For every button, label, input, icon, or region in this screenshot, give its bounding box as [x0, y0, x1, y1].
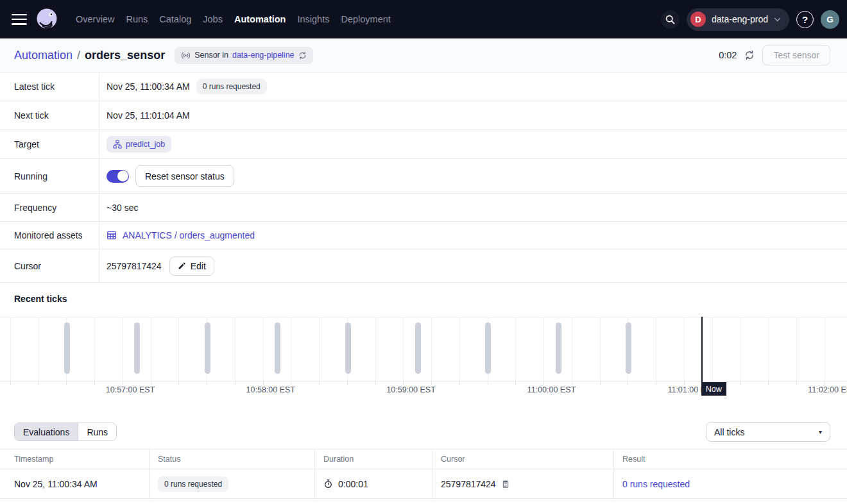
- running-label: Running: [0, 159, 99, 193]
- tab-runs[interactable]: Runs: [78, 423, 116, 441]
- sensor-icon: [181, 51, 191, 60]
- sensor-tick-bar[interactable]: [134, 323, 140, 374]
- chart-gridline: [178, 317, 179, 381]
- target-job-link[interactable]: predict_job: [107, 136, 171, 153]
- chart-gridline: [10, 317, 11, 381]
- tick-filter-select[interactable]: All ticks ▾: [706, 422, 830, 442]
- repo-link[interactable]: data-eng-pipeline: [232, 51, 295, 60]
- chart-axis-tick: [628, 382, 628, 385]
- chart-gridline: [375, 317, 376, 381]
- sensor-tick-bar[interactable]: [556, 323, 561, 374]
- sensor-tick-bar[interactable]: [626, 323, 631, 374]
- nav-item-overview[interactable]: Overview: [76, 14, 114, 24]
- next-tick-countdown: 0:02: [719, 50, 737, 60]
- chart-axis-tick: [94, 382, 95, 385]
- breadcrumb-separator: /: [77, 49, 80, 62]
- job-icon: [113, 140, 122, 149]
- nav-item-runs[interactable]: Runs: [126, 14, 148, 24]
- now-marker-line: [701, 317, 703, 382]
- automation-sensor-page: OverviewRunsCatalogJobsAutomationInsight…: [0, 0, 847, 504]
- target-job-name: predict_job: [126, 140, 165, 149]
- sensor-tick-bar[interactable]: [64, 323, 70, 374]
- sensor-tick-bar[interactable]: [345, 323, 351, 374]
- hamburger-menu-icon[interactable]: [12, 14, 27, 25]
- row-result-link[interactable]: 0 runs requested: [622, 479, 690, 489]
- chart-gridline: [572, 317, 572, 381]
- sensor-details: Latest tick Nov 25, 11:00:34 AM 0 runs r…: [0, 72, 847, 283]
- chart-axis-tick: [656, 382, 656, 385]
- select-caret-icon: ▾: [819, 428, 822, 435]
- chart-axis-tick: [488, 382, 488, 385]
- sensor-tick-bar[interactable]: [205, 323, 210, 374]
- breadcrumb-automation-link[interactable]: Automation: [14, 49, 73, 62]
- col-header-result: Result: [613, 449, 847, 469]
- chart-gridline: [319, 317, 320, 381]
- refresh-countdown-button[interactable]: [744, 50, 755, 60]
- help-button[interactable]: ?: [796, 11, 814, 28]
- chart-axis-tick: [123, 382, 123, 385]
- asset-table-icon: [107, 230, 117, 240]
- chart-axis-tick: [572, 382, 572, 385]
- chart-gridline: [403, 317, 404, 381]
- chart-axis-tick: [38, 382, 39, 385]
- running-toggle[interactable]: [107, 170, 129, 183]
- copy-cursor-icon[interactable]: [501, 480, 510, 489]
- sensor-repo-badge: Sensor in data-eng-pipeline: [175, 47, 312, 64]
- chart-axis-tick: [403, 382, 404, 385]
- row-cursor: 25797817424: [441, 479, 496, 489]
- stopwatch-icon: [323, 479, 333, 489]
- chart-axis-tick: [431, 382, 432, 385]
- nav-item-jobs[interactable]: Jobs: [203, 14, 223, 24]
- chart-gridline: [291, 317, 291, 381]
- main-nav: OverviewRunsCatalogJobsAutomationInsight…: [76, 14, 402, 24]
- nav-item-insights[interactable]: Insights: [297, 14, 329, 24]
- chevron-down-icon: [774, 17, 781, 22]
- chart-axis-line: [0, 381, 847, 382]
- latest-tick-value: Nov 25, 11:00:34 AM: [107, 81, 190, 92]
- sensor-tick-bar[interactable]: [415, 323, 421, 374]
- pencil-icon: [178, 262, 186, 270]
- top-navbar: OverviewRunsCatalogJobsAutomationInsight…: [0, 0, 847, 38]
- nav-item-catalog[interactable]: Catalog: [159, 14, 191, 24]
- header-actions: 0:02 Test sensor: [719, 45, 830, 65]
- next-tick-row: Next tick Nov 25, 11:01:04 AM: [0, 101, 847, 130]
- chart-axis-tick: [207, 382, 207, 385]
- chart-axis-tick: [515, 382, 516, 385]
- evaluations-runs-tabs: Evaluations Runs: [14, 423, 117, 441]
- row-timestamp: Nov 25, 11:00:34 AM: [14, 479, 98, 489]
- deployment-badge: D: [690, 12, 706, 27]
- frequency-label: Frequency: [0, 194, 99, 221]
- chart-gridline: [600, 317, 601, 381]
- tab-evaluations[interactable]: Evaluations: [15, 423, 78, 441]
- search-button[interactable]: [661, 10, 680, 29]
- test-sensor-button[interactable]: Test sensor: [762, 45, 830, 65]
- edit-cursor-button[interactable]: Edit: [169, 256, 214, 276]
- sensor-tick-bar[interactable]: [275, 323, 280, 374]
- user-avatar[interactable]: G: [821, 10, 839, 29]
- nav-item-deployment[interactable]: Deployment: [341, 14, 390, 24]
- chart-axis-tick: [178, 382, 179, 385]
- chart-axis-tick: [263, 382, 264, 385]
- chart-axis-tick: [543, 382, 544, 385]
- target-label: Target: [0, 130, 99, 158]
- frequency-value: ~30 sec: [107, 203, 138, 213]
- chart-axis-tick: [10, 382, 11, 385]
- chart-axis-tick: [740, 382, 741, 385]
- nav-item-automation[interactable]: Automation: [234, 14, 286, 24]
- page-header: Automation / orders_sensor Sensor in dat…: [0, 38, 847, 72]
- reload-repo-icon[interactable]: [298, 51, 307, 60]
- chart-gridline: [740, 317, 741, 381]
- deployment-switcher[interactable]: D data-eng-prod: [687, 8, 789, 31]
- col-header-duration: Duration: [314, 449, 432, 469]
- target-row: Target predict_job: [0, 130, 847, 159]
- chart-axis-tick: [600, 382, 601, 385]
- col-header-status: Status: [149, 449, 314, 469]
- chart-axis-tick: [235, 382, 235, 385]
- sensor-tick-bar[interactable]: [485, 323, 491, 374]
- dagster-logo-icon[interactable]: [34, 6, 60, 32]
- page-title: orders_sensor: [85, 49, 165, 62]
- chart-axis-tick: [768, 382, 769, 385]
- tick-filter-value: All ticks: [714, 427, 744, 437]
- monitored-asset-link[interactable]: ANALYTICS / orders_augmented: [107, 230, 255, 240]
- reset-sensor-status-button[interactable]: Reset sensor status: [135, 165, 234, 187]
